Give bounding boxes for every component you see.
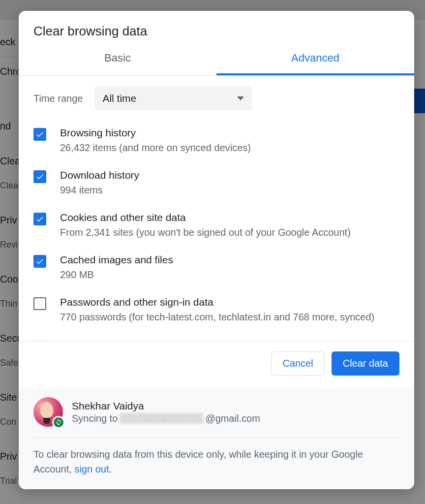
tab-advanced[interactable]: Advanced xyxy=(216,45,414,75)
dialog-title: Clear browsing data xyxy=(33,24,399,39)
item-text: Download history 994 items xyxy=(60,169,139,197)
cancel-button[interactable]: Cancel xyxy=(271,351,324,376)
sync-suffix: @gmail.com xyxy=(205,413,260,424)
sync-badge xyxy=(52,416,65,429)
tab-basic[interactable]: Basic xyxy=(19,45,216,75)
item-passwords: Passwords and other sign-in data 770 pas… xyxy=(33,296,399,324)
dialog-header: Clear browsing data xyxy=(19,11,414,45)
checkbox-cookies[interactable] xyxy=(33,213,46,225)
account-info: Shekhar Vaidya Syncing to @gmail.com xyxy=(72,400,260,424)
checkbox-browsing-history[interactable] xyxy=(33,128,46,141)
redacted-email xyxy=(120,413,203,424)
item-title: Passwords and other sign-in data xyxy=(60,296,374,308)
item-text: Cookies and other site data From 2,341 s… xyxy=(60,212,351,239)
time-range-label: Time range xyxy=(33,93,83,104)
account-note: To clear browsing data from this device … xyxy=(33,438,399,476)
item-autofill: Auto-fill form data xyxy=(33,339,399,341)
item-cached: Cached images and files 290 MB xyxy=(33,254,399,282)
item-text: Auto-fill form data xyxy=(60,339,141,341)
item-title: Download history xyxy=(60,169,139,181)
checkmark-icon xyxy=(35,172,44,181)
checkbox-autofill[interactable] xyxy=(33,340,46,341)
item-title: Auto-fill form data xyxy=(60,339,141,341)
account-name: Shekhar Vaidya xyxy=(72,400,260,412)
item-subtitle: From 2,341 sites (you won't be signed ou… xyxy=(60,225,351,239)
note-text: . xyxy=(109,464,112,474)
item-text: Browsing history 26,432 items (and more … xyxy=(60,127,251,155)
time-range-select[interactable]: All time xyxy=(94,87,252,110)
item-subtitle: 26,432 items (and more on synced devices… xyxy=(60,141,251,155)
dialog-tabs: Basic Advanced xyxy=(19,45,414,76)
checkbox-download-history[interactable] xyxy=(33,170,46,183)
item-cookies: Cookies and other site data From 2,341 s… xyxy=(33,212,399,239)
checkmark-icon xyxy=(35,257,44,266)
sync-icon xyxy=(55,419,62,426)
checkbox-cached[interactable] xyxy=(33,255,46,268)
item-text: Cached images and files 290 MB xyxy=(60,254,173,282)
clear-browsing-data-dialog: Clear browsing data Basic Advanced Time … xyxy=(19,11,414,489)
account-section: Shekhar Vaidya Syncing to @gmail.com To … xyxy=(19,387,414,489)
item-text: Passwords and other sign-in data 770 pas… xyxy=(60,296,374,324)
checkbox-passwords[interactable] xyxy=(33,297,46,310)
item-browsing-history: Browsing history 26,432 items (and more … xyxy=(33,127,399,155)
item-title: Browsing history xyxy=(60,127,251,139)
account-row: Shekhar Vaidya Syncing to @gmail.com xyxy=(33,397,399,438)
checkmark-icon xyxy=(35,215,44,223)
item-title: Cached images and files xyxy=(60,254,173,266)
time-range-row: Time range All time xyxy=(33,87,399,110)
account-sync-status: Syncing to @gmail.com xyxy=(72,413,260,424)
sign-out-link[interactable]: sign out xyxy=(74,464,109,474)
avatar xyxy=(33,397,63,427)
dialog-body: Time range All time Browsing history 26,… xyxy=(19,76,414,341)
item-download-history: Download history 994 items xyxy=(33,169,399,197)
item-subtitle: 290 MB xyxy=(60,268,173,282)
checkmark-icon xyxy=(35,130,44,139)
item-subtitle: 994 items xyxy=(60,183,139,197)
item-title: Cookies and other site data xyxy=(60,212,351,223)
chevron-down-icon xyxy=(237,96,244,100)
sync-prefix: Syncing to xyxy=(72,413,118,424)
dialog-footer: Cancel Clear data xyxy=(19,341,414,387)
clear-data-button[interactable]: Clear data xyxy=(332,351,399,376)
clear-items-list: Browsing history 26,432 items (and more … xyxy=(33,127,399,341)
time-range-value: All time xyxy=(102,93,136,104)
item-subtitle: 770 passwords (for tech-latest.com, tech… xyxy=(60,310,374,324)
